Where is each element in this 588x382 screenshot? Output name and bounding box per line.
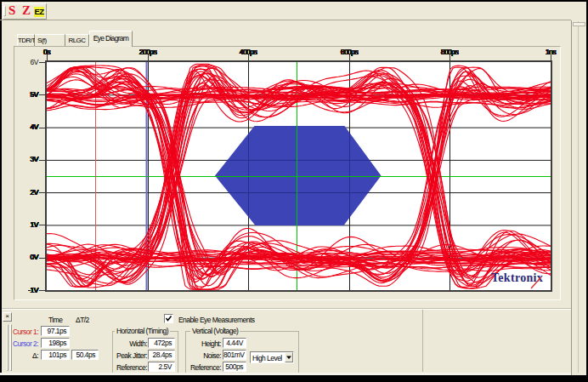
svg-text:Tektronix: Tektronix (491, 271, 543, 284)
